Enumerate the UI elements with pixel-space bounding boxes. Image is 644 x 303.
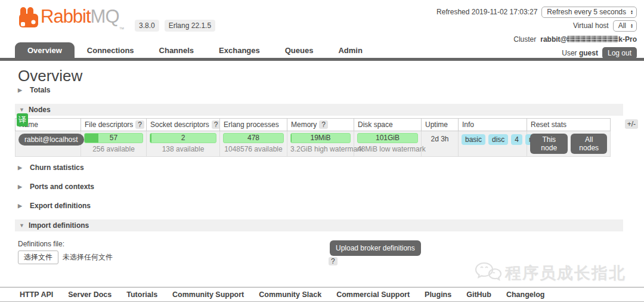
col-reset-stats: Reset stats [527, 119, 611, 131]
node-row: rabbit@localhost 57 256 available 2 [16, 131, 611, 157]
rabbitmq-overview-page: RabbitMQ™ 3.8.0 Erlang 22.1.5 Refreshed … [0, 0, 644, 303]
section-import-definitions[interactable]: ▼ Import definitions [15, 219, 623, 231]
info-badge-disc: disc [488, 134, 508, 145]
tab-exchanges[interactable]: Exchanges [206, 42, 273, 59]
section-totals[interactable]: ▶ Totals [18, 86, 50, 94]
col-memory: Memory? [287, 119, 354, 131]
choose-file-button[interactable]: 选择文件 [18, 251, 58, 264]
select-stepper-icon: ▲▼ [630, 10, 633, 14]
help-icon[interactable]: ? [319, 120, 328, 129]
file-descriptors-sub: 256 available [84, 145, 143, 153]
help-icon[interactable]: ? [135, 120, 144, 129]
watermark: 程序员成长指北 [474, 261, 626, 285]
file-descriptors-cell: 57 256 available [81, 131, 147, 157]
chevron-down-icon: ▼ [19, 107, 24, 113]
tab-overview[interactable]: Overview [15, 42, 75, 59]
chevron-right-icon: ▶ [18, 184, 23, 190]
uptime-cell: 2d 3h [422, 131, 459, 157]
socket-descriptors-sub: 138 available [150, 145, 216, 153]
footer-link-community-slack[interactable]: Community Slack [259, 290, 321, 299]
nodes-table: Name File descriptors? Socket descriptor… [15, 118, 611, 157]
file-descriptors-bar: 57 [84, 133, 143, 143]
info-badge-basic: basic [462, 134, 485, 145]
section-ports-and-contexts[interactable]: ▶ Ports and contexts [18, 183, 94, 191]
erlang-version-badge: Erlang 22.1.5 [165, 20, 215, 32]
erlang-processes-cell: 478 1048576 available [220, 131, 287, 157]
col-disk-space: Disk space [354, 119, 422, 131]
chevron-right-icon: ▶ [18, 203, 23, 209]
tab-queues[interactable]: Queues [273, 42, 326, 59]
reset-stats-cell: This node All nodes [527, 131, 611, 157]
reset-this-node-button[interactable]: This node [530, 134, 568, 154]
memory-cell: 19MiB 3.2GiB high watermark [287, 131, 354, 157]
col-uptime: Uptime [422, 119, 459, 131]
chevron-right-icon: ▶ [18, 165, 23, 171]
import-definitions-form: Definitions file: 选择文件 未选择任何文件 Upload br… [18, 240, 623, 264]
chevron-right-icon: ▶ [18, 87, 23, 93]
logo-wordmark: RabbitMQ™ [41, 6, 124, 40]
tabbar-divider [0, 58, 644, 61]
column-selector-button[interactable]: +/- [625, 119, 638, 129]
wechat-bubbles-icon [474, 261, 503, 285]
no-file-chosen-text: 未选择任何文件 [63, 252, 113, 262]
col-socket-descriptors: Socket descriptors? [147, 119, 220, 131]
reset-all-nodes-button[interactable]: All nodes [571, 134, 607, 154]
select-stepper-icon: ▲▼ [630, 23, 633, 28]
main-nav-tabs: Overview Connections Channels Exchanges … [15, 42, 375, 59]
col-file-descriptors: File descriptors? [81, 119, 147, 131]
col-info: Info [459, 119, 527, 131]
disk-space-bar: 101GiB [357, 133, 418, 143]
node-name-link[interactable]: rabbit@localhost [18, 134, 84, 146]
erlang-processes-sub: 1048576 available [223, 145, 284, 153]
version-badge: 3.8.0 [135, 20, 159, 32]
cluster-name-row: Cluster rabbit@k-Pro [513, 33, 637, 45]
watermark-text: 程序员成长指北 [505, 262, 626, 284]
footer-link-http-api[interactable]: HTTP API [20, 290, 53, 299]
user-name: guest [579, 49, 598, 57]
col-erlang-processes: Erlang processes [220, 119, 287, 131]
help-icon[interactable]: ? [329, 257, 338, 265]
section-nodes[interactable]: ▼ Nodes [15, 104, 623, 116]
footer-links: HTTP API Server Docs Tutorials Community… [20, 290, 544, 299]
footer-link-tutorials[interactable]: Tutorials [126, 290, 157, 299]
footer-link-commercial-support[interactable]: Commercial Support [336, 290, 410, 299]
refreshed-timestamp: Refreshed 2019-11-02 17:03:27 [436, 8, 537, 16]
socket-descriptors-bar: 2 [150, 133, 216, 143]
memory-sub: 3.2GiB high watermark [290, 145, 351, 153]
refresh-interval-select[interactable]: Refresh every 5 seconds ▲▼ [541, 7, 637, 18]
logout-button[interactable]: Log out [602, 47, 637, 59]
tab-channels[interactable]: Channels [147, 42, 207, 59]
censored-cluster-text [567, 36, 618, 42]
translate-extension-icon[interactable]: 译 [17, 113, 28, 126]
cluster-name: rabbit@k-Pro [540, 35, 637, 44]
cluster-label: Cluster [513, 35, 536, 44]
rabbitmq-logo: RabbitMQ™ [18, 6, 124, 40]
disk-space-sub: 48MiB low watermark [357, 145, 418, 153]
section-export-definitions[interactable]: ▶ Export definitions [18, 202, 91, 210]
definitions-file-label: Definitions file: [18, 240, 623, 248]
info-badge-count: 4 [511, 134, 522, 145]
footer-link-github[interactable]: GitHub [466, 290, 491, 299]
footer-divider [0, 287, 644, 287]
memory-bar: 19MiB [290, 133, 351, 143]
virtual-host-select[interactable]: All ▲▼ [613, 20, 637, 32]
nodes-header-row: Name File descriptors? Socket descriptor… [16, 119, 611, 131]
page-title: Overview [18, 67, 82, 85]
chevron-down-icon: ▼ [19, 222, 24, 228]
node-name-cell: rabbit@localhost [16, 131, 81, 157]
header-status-area: Refreshed 2019-11-02 17:03:27 Refresh ev… [436, 6, 637, 59]
footer-link-changelog[interactable]: Changelog [506, 290, 545, 299]
footer-link-plugins[interactable]: Plugins [425, 290, 451, 299]
user-label: User guest [562, 49, 598, 57]
tab-admin[interactable]: Admin [326, 42, 374, 59]
disk-space-cell: 101GiB 48MiB low watermark [354, 131, 422, 157]
tab-connections[interactable]: Connections [75, 42, 147, 59]
section-churn-statistics[interactable]: ▶ Churn statistics [18, 163, 84, 172]
version-badges: 3.8.0 Erlang 22.1.5 [135, 20, 215, 32]
info-cell: basic disc 4 rss [459, 131, 527, 157]
help-icon[interactable]: ? [212, 120, 220, 129]
footer-link-community-support[interactable]: Community Support [172, 290, 244, 299]
footer-link-server-docs[interactable]: Server Docs [68, 290, 112, 299]
virtual-host-label: Virtual host [573, 21, 609, 30]
upload-broker-definitions-button[interactable]: Upload broker definitions [330, 240, 421, 256]
